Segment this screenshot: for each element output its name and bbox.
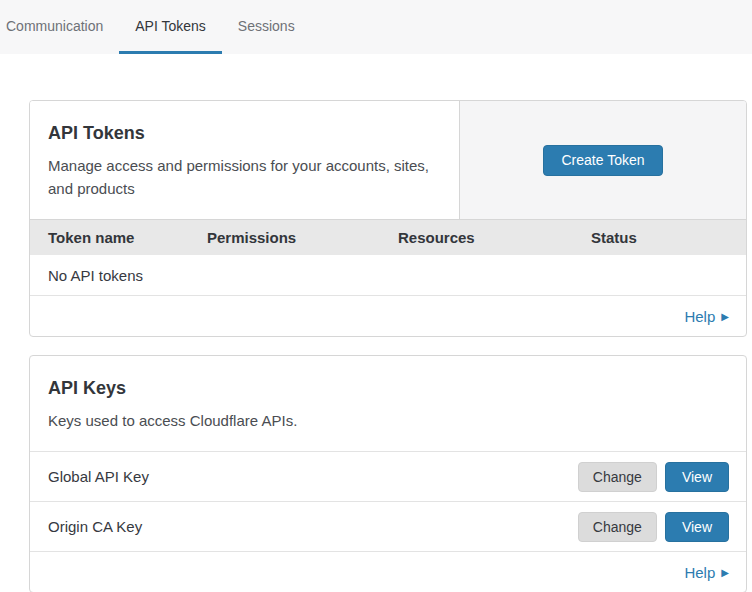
token-table-header-resources: Resources xyxy=(398,229,591,246)
api-tokens-description: Manage access and permissions for your a… xyxy=(48,154,435,201)
tab-sessions[interactable]: Sessions xyxy=(222,0,311,54)
no-api-tokens-message: No API tokens xyxy=(48,267,143,284)
origin-ca-key-row: Origin CA Key Change View xyxy=(30,501,746,551)
tab-communication[interactable]: Communication xyxy=(6,0,119,54)
token-table-header-status: Status xyxy=(591,229,746,246)
token-table-empty-row: No API tokens xyxy=(30,255,746,296)
api-tokens-help-link[interactable]: Help ▶ xyxy=(684,308,729,325)
origin-ca-key-view-button[interactable]: View xyxy=(665,512,729,542)
main-content: API Tokens Manage access and permissions… xyxy=(29,100,747,592)
global-api-key-label: Global API Key xyxy=(48,468,578,485)
api-tokens-card-header-action: Create Token xyxy=(460,101,746,219)
api-tokens-card-footer: Help ▶ xyxy=(30,296,746,336)
token-table-header-row: Token name Permissions Resources Status xyxy=(30,219,746,255)
origin-ca-key-change-button[interactable]: Change xyxy=(578,512,657,542)
api-keys-card-footer: Help ▶ xyxy=(30,551,746,592)
api-tokens-title: API Tokens xyxy=(48,123,435,144)
token-table-header-token-name: Token name xyxy=(30,229,207,246)
create-token-button[interactable]: Create Token xyxy=(543,145,662,176)
tab-api-tokens[interactable]: API Tokens xyxy=(119,0,222,54)
global-api-key-view-button[interactable]: View xyxy=(665,462,729,492)
token-table-header-permissions: Permissions xyxy=(207,229,398,246)
tab-bar: Communication API Tokens Sessions xyxy=(0,0,752,54)
api-keys-card: API Keys Keys used to access Cloudflare … xyxy=(29,355,747,592)
api-tokens-card: API Tokens Manage access and permissions… xyxy=(29,100,747,337)
api-keys-title: API Keys xyxy=(48,378,728,399)
help-link-label: Help xyxy=(684,308,715,325)
api-tokens-card-header-text: API Tokens Manage access and permissions… xyxy=(30,101,460,219)
api-tokens-card-header: API Tokens Manage access and permissions… xyxy=(30,101,746,219)
help-arrow-icon: ▶ xyxy=(721,311,729,322)
global-api-key-change-button[interactable]: Change xyxy=(578,462,657,492)
help-arrow-icon: ▶ xyxy=(721,567,729,578)
api-keys-description: Keys used to access Cloudflare APIs. xyxy=(48,409,728,432)
api-keys-card-header: API Keys Keys used to access Cloudflare … xyxy=(30,356,746,451)
origin-ca-key-label: Origin CA Key xyxy=(48,518,578,535)
global-api-key-row: Global API Key Change View xyxy=(30,451,746,501)
api-keys-help-link[interactable]: Help ▶ xyxy=(684,564,729,581)
help-link-label: Help xyxy=(684,564,715,581)
